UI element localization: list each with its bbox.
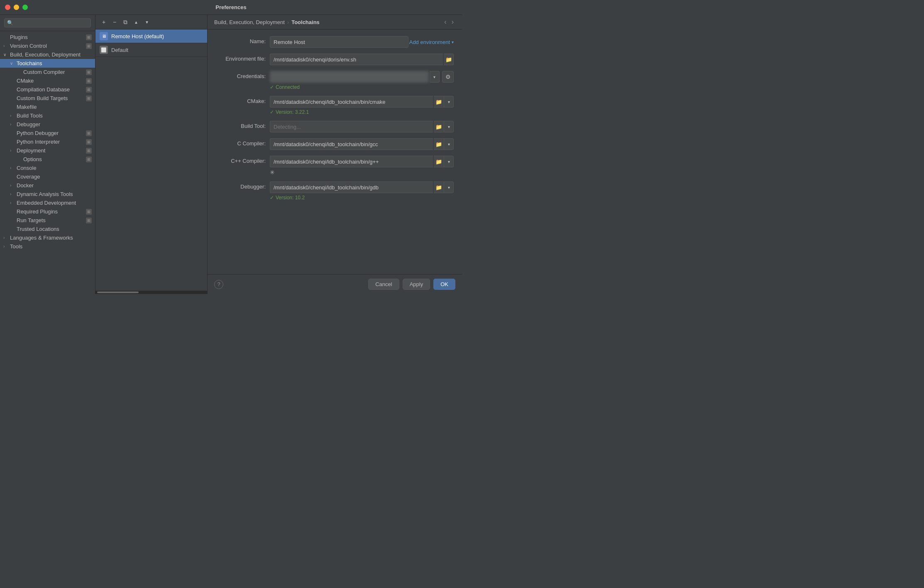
remove-toolchain-button[interactable]: − [110,17,120,27]
badge-icon: ⊞ [86,87,92,93]
sidebar-item-embedded-dev[interactable]: › Embedded Development [0,198,95,207]
sidebar-item-compilation-db[interactable]: Compilation Database ⊞ [0,85,95,94]
env-file-browse-button[interactable]: 📁 [444,54,454,65]
cmake-browse-button[interactable]: 📁 [434,96,444,108]
sidebar-item-tools[interactable]: › Tools [0,242,95,251]
arrow-icon: › [10,148,17,153]
sidebar-item-console[interactable]: › Console [0,164,95,172]
form-row-name: Name: Add environment ▾ [216,36,454,48]
help-button[interactable]: ? [214,280,223,289]
apply-button[interactable]: Apply [403,279,430,290]
name-input-row: Add environment ▾ [270,36,454,48]
cpp-compiler-input[interactable] [270,156,433,167]
badge-icon: ⊞ [86,78,92,84]
credentials-dropdown-button[interactable]: ▾ [430,71,440,83]
badge-icon: ⊞ [86,69,92,75]
sidebar-item-python-debugger[interactable]: Python Debugger ⊞ [0,129,95,137]
name-input[interactable] [270,36,408,48]
build-tool-browse-button[interactable]: 📁 [434,121,444,132]
sidebar-item-custom-build-targets[interactable]: Custom Build Targets ⊞ [0,94,95,103]
sidebar-item-version-control[interactable]: › Version Control ⊞ [0,42,95,50]
sidebar-item-label: CMake [17,78,86,84]
move-down-button[interactable]: ▼ [142,17,152,27]
close-button[interactable] [5,5,10,10]
add-environment-button[interactable]: Add environment ▾ [409,39,454,45]
cpp-compiler-dropdown-button[interactable]: ▾ [444,156,454,167]
sidebar-item-docker[interactable]: › Docker [0,181,95,190]
ok-button[interactable]: OK [433,279,455,290]
env-file-input-group: 📁 [270,54,454,65]
sidebar-item-toolchains[interactable]: ∨ Toolchains [0,59,95,68]
sidebar-item-label: Trusted Locations [17,226,92,232]
debugger-input[interactable] [270,181,433,193]
sidebar-item-cmake[interactable]: CMake ⊞ [0,76,95,85]
toolchain-label: Remote Host (default) [111,33,203,39]
dropdown-arrow-icon: ▾ [452,40,454,44]
cmake-input[interactable] [270,96,433,108]
build-tool-dropdown-button[interactable]: ▾ [444,121,454,132]
env-file-input[interactable] [270,54,443,65]
sidebar-item-label: Custom Compiler [23,69,86,75]
nav-forward-button[interactable]: › [450,18,455,26]
sidebar-item-build-tools[interactable]: › Build Tools [0,111,95,120]
toolchain-item-remote-host[interactable]: 🖥 Remote Host (default) [95,29,207,43]
credentials-gear-button[interactable]: ⚙ [442,71,454,83]
add-toolchain-button[interactable]: + [99,17,109,27]
cmake-label: CMake: [216,96,270,104]
cancel-button[interactable]: Cancel [368,279,399,290]
debugger-browse-button[interactable]: 📁 [434,181,444,193]
build-tool-input[interactable] [270,121,433,132]
copy-toolchain-button[interactable]: ⧉ [120,17,130,27]
sidebar-item-label: Docker [17,182,92,189]
move-up-button[interactable]: ▲ [131,17,141,27]
form-row-build-tool: Build Tool: 📁 ▾ [216,121,454,132]
sidebar-item-label: Custom Build Targets [17,95,86,101]
toolchain-icon: 🖥 [100,32,108,40]
arrow-icon: › [10,192,17,196]
sidebar-item-label: Tools [10,243,92,250]
maximize-button[interactable] [22,5,28,10]
cpp-compiler-browse-button[interactable]: 📁 [434,156,444,167]
credentials-blurred-field [270,71,429,83]
sidebar-item-debugger[interactable]: › Debugger [0,120,95,129]
sidebar-search-area [0,15,95,31]
nav-back-button[interactable]: ‹ [442,18,448,26]
sidebar-item-coverage[interactable]: Coverage [0,172,95,181]
credentials-control: ▾ ⚙ ✓ Connected [270,71,454,90]
footer: ? Cancel Apply OK [208,274,462,294]
sidebar: Plugins ⊞ › Version Control ⊞ ∨ Build, E… [0,15,95,294]
sidebar-item-run-targets[interactable]: Run Targets ⊞ [0,216,95,225]
sidebar-item-build-execution[interactable]: ∨ Build, Execution, Deployment [0,50,95,59]
c-compiler-browse-button[interactable]: 📁 [434,138,444,150]
cpp-compiler-input-row: 📁 ▾ [270,156,454,167]
cmake-dropdown-button[interactable]: ▾ [444,96,454,108]
debugger-version-label: Version: 10.2 [276,195,305,201]
cmake-check-icon: ✓ [270,109,274,115]
sidebar-item-dynamic-analysis[interactable]: › Dynamic Analysis Tools [0,190,95,198]
sidebar-item-plugins[interactable]: Plugins ⊞ [0,33,95,42]
badge-icon: ⊞ [86,130,92,136]
minimize-button[interactable] [14,5,19,10]
cmake-input-group: 📁 ▾ [270,96,454,108]
debugger-dropdown-button[interactable]: ▾ [444,181,454,193]
cmake-version-label: Version: 3.22.1 [276,109,309,115]
toolchain-item-default[interactable]: ⬜ Default [95,43,207,57]
c-compiler-input-group: 📁 ▾ [270,138,454,150]
c-compiler-dropdown-button[interactable]: ▾ [444,138,454,150]
breadcrumb-parent[interactable]: Build, Execution, Deployment [214,19,285,25]
name-control: Add environment ▾ [270,36,454,48]
cpp-compiler-label: C++ Compiler: [216,156,270,164]
sidebar-item-options[interactable]: Options ⊞ [0,155,95,164]
sidebar-item-python-interpreter[interactable]: Python Interpreter ⊞ [0,137,95,146]
toolchain-label: Default [111,47,203,53]
sidebar-item-trusted-locations[interactable]: Trusted Locations [0,225,95,233]
sidebar-item-custom-compiler[interactable]: Custom Compiler ⊞ [0,68,95,76]
sidebar-item-makefile[interactable]: Makefile [0,103,95,111]
sidebar-item-deployment[interactable]: › Deployment ⊞ [0,146,95,155]
sidebar-item-required-plugins[interactable]: Required Plugins ⊞ [0,207,95,216]
sidebar-item-languages-frameworks[interactable]: › Languages & Frameworks [0,233,95,242]
c-compiler-input[interactable] [270,138,433,150]
search-input[interactable] [4,18,91,27]
build-tool-control: 📁 ▾ [270,121,454,132]
build-tool-label: Build Tool: [216,121,270,129]
